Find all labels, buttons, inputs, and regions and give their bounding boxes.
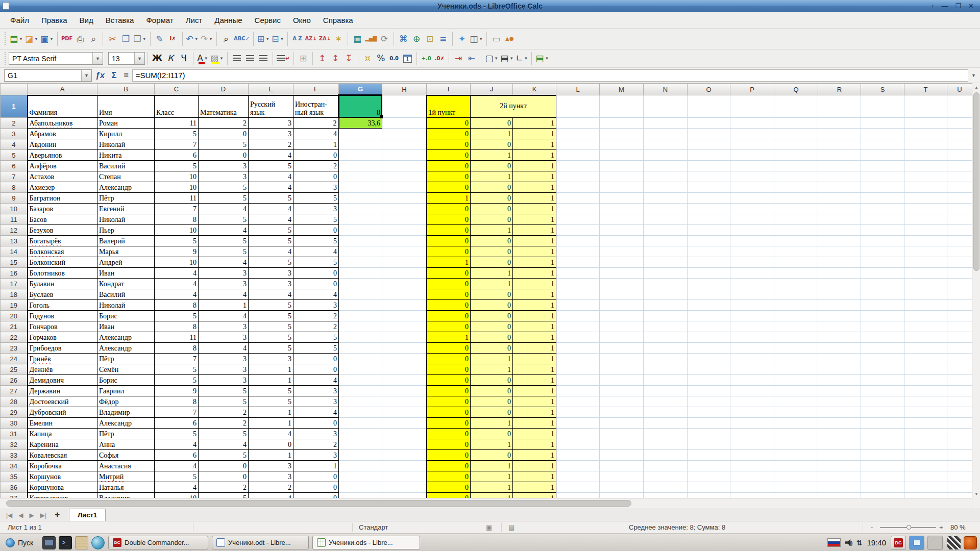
- row-header-31[interactable]: 31: [1, 429, 28, 439]
- cell[interactable]: [774, 386, 818, 396]
- cell[interactable]: [556, 396, 600, 407]
- cell[interactable]: 3: [293, 386, 339, 396]
- cell[interactable]: [774, 129, 818, 139]
- freeze-panes-icon[interactable]: ✦: [455, 32, 469, 46]
- cell[interactable]: [556, 429, 600, 439]
- cell[interactable]: [688, 246, 730, 257]
- special-character-icon[interactable]: ⌘: [397, 32, 410, 46]
- cell[interactable]: Болконская: [28, 246, 97, 257]
- cell[interactable]: [688, 321, 730, 332]
- cell[interactable]: [339, 439, 382, 450]
- cell[interactable]: [818, 364, 861, 375]
- cell[interactable]: [818, 471, 861, 482]
- row-header-21[interactable]: 21: [1, 321, 28, 332]
- cell[interactable]: 1: [513, 268, 556, 279]
- cell[interactable]: [382, 332, 427, 343]
- cell[interactable]: [600, 268, 644, 279]
- cell[interactable]: 3: [249, 279, 293, 289]
- cell[interactable]: [774, 450, 818, 461]
- cell[interactable]: [947, 450, 972, 461]
- cell[interactable]: [818, 343, 861, 354]
- spelling-icon[interactable]: ABC✓: [233, 32, 251, 46]
- horizontal-scrollbar[interactable]: [0, 498, 972, 508]
- cell[interactable]: Александр: [97, 418, 155, 429]
- cell[interactable]: 0: [427, 118, 471, 129]
- cell[interactable]: [600, 161, 644, 171]
- cell[interactable]: Александр: [97, 332, 155, 343]
- cell[interactable]: [382, 161, 427, 171]
- cell[interactable]: Николай: [97, 139, 155, 150]
- cell[interactable]: [644, 193, 688, 204]
- cell[interactable]: [556, 246, 600, 257]
- cell[interactable]: [382, 311, 427, 321]
- cell[interactable]: [556, 150, 600, 161]
- cell[interactable]: 4: [249, 182, 293, 193]
- cell[interactable]: 1: [513, 439, 556, 450]
- row-header-7[interactable]: 7: [1, 171, 28, 182]
- cell[interactable]: Басов: [28, 214, 97, 225]
- align-top-icon[interactable]: ↥: [315, 52, 329, 66]
- cell[interactable]: 0: [427, 482, 471, 493]
- cell[interactable]: 1: [513, 246, 556, 257]
- cell[interactable]: [730, 161, 774, 171]
- cell[interactable]: 5: [249, 300, 293, 311]
- cell[interactable]: Коршунов: [28, 471, 97, 482]
- cell[interactable]: 1: [471, 225, 513, 236]
- cell[interactable]: [644, 482, 688, 493]
- menu-0[interactable]: Файл: [4, 14, 35, 27]
- cell[interactable]: 5: [155, 429, 199, 439]
- cell[interactable]: 4: [199, 257, 249, 268]
- cell[interactable]: [382, 182, 427, 193]
- cell[interactable]: [818, 161, 861, 171]
- cell[interactable]: [947, 150, 972, 161]
- cell[interactable]: 1: [513, 204, 556, 214]
- cell[interactable]: 3: [293, 396, 339, 407]
- cell[interactable]: 5: [249, 257, 293, 268]
- italic-icon[interactable]: К: [164, 52, 177, 66]
- row-header-1[interactable]: 1: [1, 95, 28, 118]
- cell[interactable]: 8: [155, 321, 199, 332]
- cell[interactable]: [600, 279, 644, 289]
- cell[interactable]: 0: [427, 343, 471, 354]
- cell[interactable]: [339, 171, 382, 182]
- cell[interactable]: [644, 118, 688, 129]
- cell[interactable]: [556, 95, 600, 118]
- cell[interactable]: [556, 311, 600, 321]
- cell[interactable]: [644, 279, 688, 289]
- cell[interactable]: [556, 193, 600, 204]
- cell[interactable]: 1: [513, 279, 556, 289]
- cell[interactable]: [947, 354, 972, 364]
- cell[interactable]: 0: [471, 214, 513, 225]
- cell[interactable]: [774, 171, 818, 182]
- cell[interactable]: 0: [427, 129, 471, 139]
- cell[interactable]: 4: [155, 482, 199, 493]
- cell[interactable]: 0: [427, 182, 471, 193]
- cell[interactable]: [861, 139, 904, 150]
- cell[interactable]: [382, 193, 427, 204]
- column-header-E[interactable]: E: [249, 84, 293, 95]
- cell[interactable]: 1: [513, 289, 556, 300]
- cell[interactable]: [818, 171, 861, 182]
- cell[interactable]: [947, 129, 972, 139]
- cell[interactable]: [382, 321, 427, 332]
- cell[interactable]: 5: [293, 236, 339, 246]
- cell[interactable]: Пётр: [97, 429, 155, 439]
- cell[interactable]: [774, 418, 818, 429]
- cell[interactable]: [904, 139, 947, 150]
- cell[interactable]: [904, 332, 947, 343]
- name-box-dropdown-icon[interactable]: ▼: [81, 70, 91, 81]
- cell[interactable]: [904, 268, 947, 279]
- row-header-13[interactable]: 13: [1, 236, 28, 246]
- cell[interactable]: Александр: [97, 343, 155, 354]
- cell[interactable]: Коробочка: [28, 461, 97, 471]
- cell[interactable]: Абапольников: [28, 118, 97, 129]
- cell[interactable]: [904, 171, 947, 182]
- cell[interactable]: [339, 450, 382, 461]
- cell[interactable]: [774, 343, 818, 354]
- cell[interactable]: [688, 161, 730, 171]
- cell[interactable]: [339, 161, 382, 171]
- cell[interactable]: 0: [427, 375, 471, 386]
- cell[interactable]: [600, 95, 644, 118]
- menu-2[interactable]: Вид: [74, 14, 100, 27]
- cell[interactable]: 3: [249, 354, 293, 364]
